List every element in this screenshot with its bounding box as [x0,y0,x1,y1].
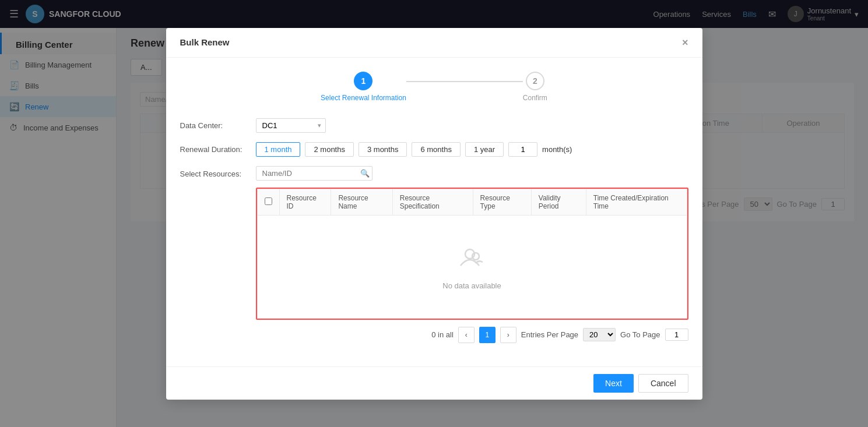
renewal-duration-row: Renewal Duration: 1 month 2 months 3 mon… [180,142,688,157]
resource-search-input[interactable] [262,169,360,178]
modal-entries-select[interactable]: 20 50 100 [583,328,616,341]
duration-unit-label: month(s) [542,145,572,154]
data-center-select[interactable]: DC1 DC2 [256,118,326,133]
steps-indicator: 1 Select Renewal Information 2 Confirm [180,72,688,102]
modal-footer: Next Cancel [166,366,702,400]
resource-table: Resource ID Resource Name Resource Speci… [257,189,687,319]
modal-total: 0 in all [431,330,454,339]
col-resource-id: Resource ID [279,189,331,215]
col-time-created: Time Created/Expiration Time [586,189,687,215]
no-data-icon [288,244,656,277]
modal-header: Bulk Renew × [166,28,702,58]
step-1-circle: 1 [354,72,372,90]
main-content: Renew A... Bul... ⟳ Resource ID Resource… [117,28,868,427]
step-2-label: Confirm [523,94,547,102]
cancel-button[interactable]: Cancel [638,374,688,393]
resource-table-wrapper: Resource ID Resource Name Resource Speci… [256,188,688,320]
data-center-select-wrapper: DC1 DC2 [256,118,326,133]
col-resource-type: Resource Type [473,189,531,215]
select-resources-row: Select Resources: 🔍 [180,166,688,343]
no-data-cell: No data available [257,215,687,318]
resource-search-bar[interactable]: 🔍 [256,166,372,181]
modal-goto-input[interactable] [665,329,688,341]
page-layout: Billing Center 📄 Billing Management 🧾 Bi… [0,28,868,427]
data-center-label: Data Center: [180,121,256,130]
col-checkbox-header [257,189,279,215]
next-button[interactable]: Next [593,374,634,393]
no-data-text: No data available [288,281,656,290]
duration-1month[interactable]: 1 month [256,142,301,157]
step-connector [406,81,523,82]
no-data-container: No data available [265,220,680,313]
duration-6months[interactable]: 6 months [412,142,460,157]
col-validity: Validity Period [531,189,586,215]
step-2-circle: 2 [526,72,544,90]
duration-3months[interactable]: 3 months [359,142,407,157]
select-resources-label: Select Resources: [180,166,256,178]
data-center-content: DC1 DC2 [256,118,326,133]
duration-buttons: 1 month 2 months 3 months 6 months 1 yea… [256,142,572,157]
data-center-row: Data Center: DC1 DC2 [180,118,688,133]
modal-next-btn[interactable]: › [500,327,516,343]
modal-overlay: Bulk Renew × 1 Select Renewal Informatio… [0,0,868,427]
duration-custom-input[interactable] [508,142,537,157]
resources-content: 🔍 Resource ID Resource Name [256,166,688,343]
modal-close-button[interactable]: × [682,37,688,48]
search-icon: 🔍 [360,169,370,178]
col-resource-name: Resource Name [331,189,392,215]
duration-1year[interactable]: 1 year [465,142,504,157]
renewal-duration-label: Renewal Duration: [180,145,256,154]
col-resource-spec: Resource Specification [392,189,473,215]
modal-pagination: 0 in all ‹ 1 › Entries Per Page 20 50 10… [256,327,688,343]
step-1-label: Select Renewal Information [321,94,406,102]
step-2: 2 Confirm [523,72,547,102]
modal-title: Bulk Renew [180,37,230,47]
modal-prev-btn[interactable]: ‹ [458,327,475,343]
duration-2months[interactable]: 2 months [305,142,353,157]
bulk-renew-modal: Bulk Renew × 1 Select Renewal Informatio… [166,28,702,400]
modal-body: 1 Select Renewal Information 2 Confirm [166,58,702,366]
select-all-checkbox[interactable] [265,197,272,205]
modal-page-1[interactable]: 1 [479,327,496,343]
modal-goto-label: Go To Page [620,330,660,339]
step-1: 1 Select Renewal Information [321,72,406,102]
modal-entries-label: Entries Per Page [521,330,578,339]
